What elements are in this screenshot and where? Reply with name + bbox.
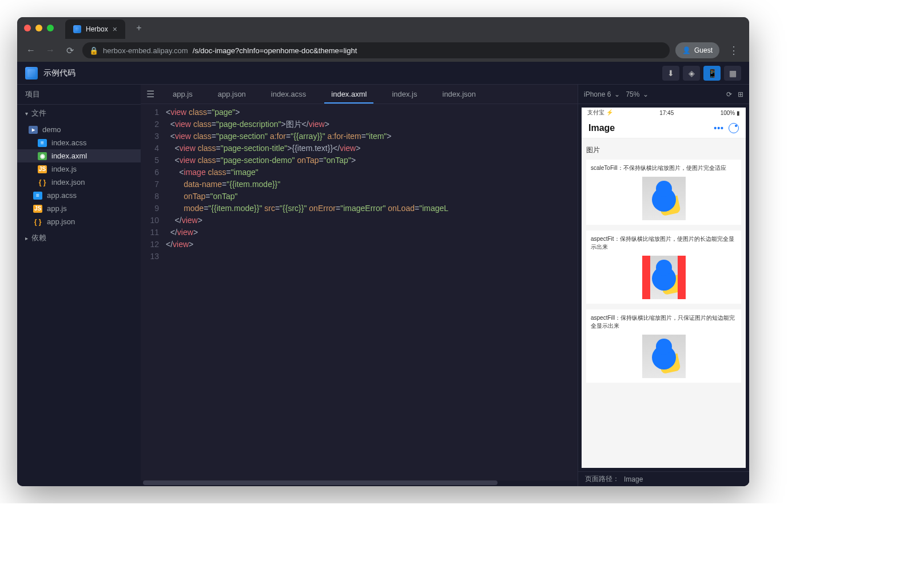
section-title: aspectFit：保持纵横比缩放图片，使图片的长边能完全显示出来 [591,235,737,251]
file-index-axml[interactable]: ◉index.axml [17,149,141,162]
editor-menu-button[interactable]: ☰ [141,85,160,104]
preview-toolbar: iPhone 6⌄ 75%⌄ ⟳ ⊞ [578,85,749,104]
demo-image-aspectfit[interactable] [642,256,686,299]
browser-tab-bar: Herbox × + [65,17,147,39]
section-title: scaleToFill：不保持纵横比缩放图片，使图片完全适应 [591,164,737,172]
editor-hscrollbar[interactable] [141,480,578,486]
editor-tab-row: ☰ app.js app.json index.acss index.axml … [141,85,578,104]
browser-tab-herbox[interactable]: Herbox × [65,19,125,39]
tab-index-axml[interactable]: index.axml [319,85,379,104]
titlebar: Herbox × + [17,17,749,39]
chevron-down-icon: ⌄ [643,90,649,98]
section-title: aspectFill：保持纵横比缩放图片，只保证图片的短边能完全显示出来 [591,314,737,330]
preview-frame: 支付宝 ⚡ 17:45 100% ▮ Image ••• 图片 scaleToF… [582,108,746,468]
maximize-window-button[interactable] [47,25,54,31]
zoom-selector[interactable]: 75%⌄ [626,90,649,98]
app-logo-icon [25,67,38,80]
app-header: 示例代码 ⬇ ◈ 📱 ▦ [17,62,749,85]
forward-button[interactable]: → [43,45,57,55]
page-title: Image [588,123,615,133]
chevron-down-icon: ⌄ [614,90,620,98]
file-tree: ▸demo ≡index.acss ◉index.axml JSindex.js… [17,122,141,229]
file-index-json[interactable]: { }index.json [17,176,141,189]
url-path: /s/doc-image?chInfo=openhome-doc&theme=l… [193,46,357,55]
acss-icon: ≡ [33,192,42,200]
reload-button[interactable]: ⟳ [63,45,77,56]
app-title-area: 示例代码 [25,67,75,80]
profile-button[interactable]: 👤 Guest [675,42,719,58]
grid-view-button[interactable]: ▦ [724,66,741,81]
window-controls [24,25,54,31]
footer-label: 页面路径： [585,474,619,484]
lock-icon: 🔒 [89,46,98,55]
browser-menu-button[interactable]: ⋮ [725,44,742,57]
address-bar: ← → ⟳ 🔒 herbox-embed.alipay.com/s/doc-im… [17,39,749,62]
tab-app-json[interactable]: app.json [205,85,258,104]
axml-icon: ◉ [38,152,47,160]
app-title: 示例代码 [43,68,75,78]
file-app-json[interactable]: { }app.json [17,215,141,228]
preview-panel: iPhone 6⌄ 75%⌄ ⟳ ⊞ 支付宝 ⚡ 17:45 100% ▮ Im… [578,85,749,486]
section-aspectfit: aspectFit：保持纵横比缩放图片，使图片的长边能完全显示出来 [586,231,741,304]
sidebar-project-label: 项目 [17,85,141,105]
url-input[interactable]: 🔒 herbox-embed.alipay.com/s/doc-image?ch… [82,42,670,58]
tab-app-js[interactable]: app.js [160,85,205,104]
page-description: 图片 [586,143,741,160]
device-selector[interactable]: iPhone 6⌄ [584,90,620,98]
tab-index-json[interactable]: index.json [430,85,489,104]
sidebar: 项目 文件 ▸demo ≡index.acss ◉index.axml JSin… [17,85,141,486]
guest-label: Guest [694,46,713,54]
phone-status-bar: 支付宝 ⚡ 17:45 100% ▮ [582,108,746,118]
more-icon[interactable]: ••• [714,124,724,133]
url-host: herbox-embed.alipay.com [103,46,188,55]
phone-nav-bar: Image ••• [582,118,746,138]
js-icon: JS [33,205,42,213]
refresh-preview-button[interactable]: ⟳ [726,90,732,98]
folder-demo[interactable]: ▸demo [17,123,141,136]
editor-panel: ☰ app.js app.json index.acss index.axml … [141,85,578,486]
demo-image-aspectfill[interactable] [642,335,686,378]
herbox-favicon [73,25,81,33]
status-carrier: 支付宝 ⚡ [587,109,613,117]
status-time: 17:45 [659,110,674,116]
json-icon: { } [38,178,47,186]
back-button[interactable]: ← [24,45,38,55]
qrcode-button[interactable]: ◈ [683,66,700,81]
json-icon: { } [33,218,42,226]
file-app-js[interactable]: JSapp.js [17,202,141,215]
section-aspectfill: aspectFill：保持纵横比缩放图片，只保证图片的短边能完全显示出来 [586,309,741,383]
close-window-button[interactable] [24,25,31,31]
preview-page-body[interactable]: 图片 scaleToFill：不保持纵横比缩放图片，使图片完全适应 aspect… [582,138,746,468]
tab-index-js[interactable]: index.js [379,85,429,104]
minimize-window-button[interactable] [35,25,42,31]
sidebar-deps-section[interactable]: 依赖 [17,229,141,247]
acss-icon: ≡ [38,139,47,147]
preview-layout-button[interactable]: ⊞ [738,90,743,98]
new-tab-button[interactable]: + [131,20,147,36]
app-body: 项目 文件 ▸demo ≡index.acss ◉index.axml JSin… [17,85,749,486]
close-page-icon[interactable] [729,123,739,133]
file-index-js[interactable]: JSindex.js [17,162,141,176]
app-actions: ⬇ ◈ 📱 ▦ [662,66,741,81]
app-window: Herbox × + ← → ⟳ 🔒 herbox-embed.alipay.c… [17,17,749,486]
close-tab-icon[interactable]: × [113,25,117,34]
status-battery: 100% ▮ [721,110,740,116]
file-index-acss[interactable]: ≡index.acss [17,136,141,149]
person-icon: 👤 [682,46,691,54]
sidebar-files-section[interactable]: 文件 [17,105,141,122]
folder-icon: ▸ [29,126,38,134]
file-app-acss[interactable]: ≡app.acss [17,189,141,202]
download-button[interactable]: ⬇ [662,66,679,81]
js-icon: JS [38,165,47,173]
browser-tab-title: Herbox [86,25,108,33]
code-editor[interactable]: 1<view class="page"> 2 <view class="page… [141,104,578,480]
section-scaletofill: scaleToFill：不保持纵横比缩放图片，使图片完全适应 [586,160,741,225]
footer-value: Image [624,475,643,483]
demo-image-scaletofill[interactable] [642,177,686,220]
preview-footer: 页面路径： Image [578,471,749,486]
mobile-preview-button[interactable]: 📱 [703,66,721,81]
tab-index-acss[interactable]: index.acss [258,85,319,104]
